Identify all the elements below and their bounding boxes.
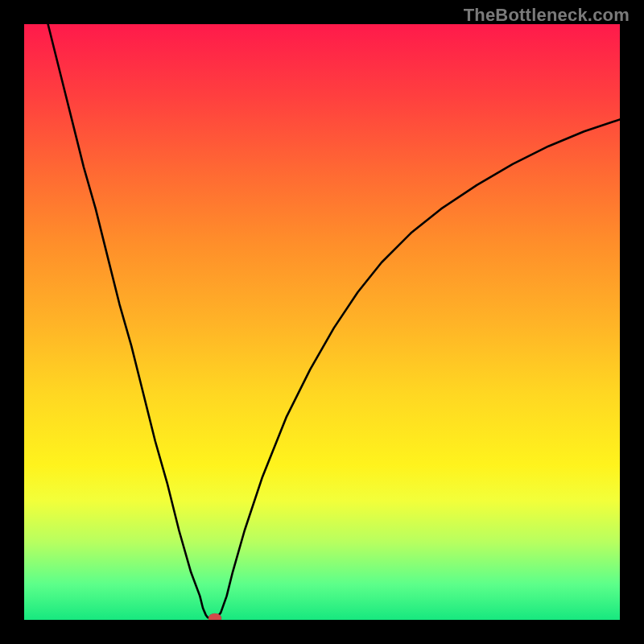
bottleneck-curve [24, 24, 620, 620]
vertex-marker [208, 613, 221, 620]
watermark-text: TheBottleneck.com [464, 5, 630, 26]
chart-container: TheBottleneck.com [0, 0, 644, 644]
plot-area [24, 24, 620, 620]
